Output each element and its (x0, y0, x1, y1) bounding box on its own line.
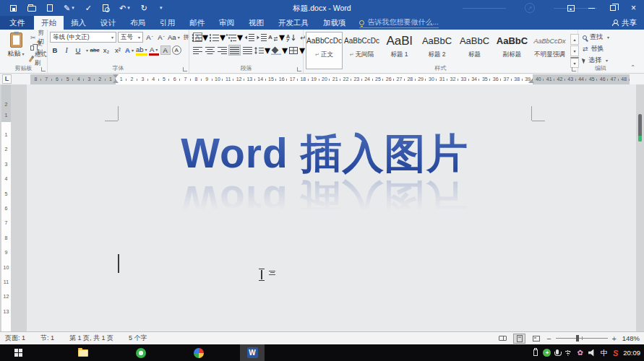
tab-home[interactable]: 开始 (34, 16, 64, 30)
justify-button[interactable] (228, 45, 241, 56)
numbering-button[interactable]: ▾ (209, 32, 226, 43)
text-effects-button[interactable]: A▾ (124, 45, 134, 56)
tab-file[interactable]: 文件 (0, 16, 34, 30)
hanging-indent-marker[interactable] (113, 79, 119, 83)
align-center-button[interactable] (204, 45, 215, 56)
strikethrough-button[interactable]: abc (90, 45, 100, 56)
decrease-indent-button[interactable] (244, 32, 255, 43)
new-document-icon[interactable] (47, 4, 53, 12)
underline-button[interactable]: U (73, 45, 83, 56)
highlight-button[interactable]: ab▾ (136, 45, 147, 56)
borders-button[interactable]: ▾ (288, 45, 305, 56)
replace-button[interactable]: ⇄替换 (583, 43, 604, 54)
undo-icon[interactable]: ↶▾ (119, 0, 130, 16)
browser-button[interactable] (186, 344, 211, 361)
tab-stop-selector[interactable]: L (2, 74, 12, 84)
font-name-combobox[interactable]: 等线 (中文正)▾ (50, 32, 116, 43)
wifi-icon[interactable] (564, 349, 572, 356)
read-mode-button[interactable] (497, 334, 509, 344)
minimize-icon[interactable] (581, 0, 602, 16)
tab-developer[interactable]: 开发工具 (271, 16, 316, 30)
tab-mailings[interactable]: 邮件 (182, 16, 212, 30)
format-painter-button[interactable]: 格式刷 (30, 54, 47, 64)
security-app-button[interactable] (129, 344, 153, 361)
word-taskbar-button[interactable]: W (240, 344, 265, 361)
print-layout-button[interactable] (513, 334, 525, 344)
bold-button[interactable]: B (50, 45, 60, 56)
find-button[interactable]: 查找▾ (583, 32, 609, 43)
vertical-ruler[interactable]: 21 12345678910111213 (1, 84, 11, 331)
collapse-ribbon-icon[interactable]: ⌃ (630, 64, 635, 71)
line-spacing-button[interactable]: ▾ (254, 45, 270, 56)
tab-references[interactable]: 引用 (153, 16, 182, 30)
font-size-combobox[interactable]: 五号▾ (118, 32, 143, 43)
paragraph-dialog-launcher[interactable] (297, 67, 301, 71)
section-indicator[interactable]: 节: 1 (40, 334, 54, 343)
asian-layout-button[interactable]: ▾ (268, 32, 285, 43)
usb-device-icon[interactable] (533, 349, 538, 356)
superscript-button[interactable]: x² (113, 45, 123, 56)
print-preview-icon[interactable] (103, 4, 108, 12)
web-layout-button[interactable] (530, 334, 542, 344)
align-right-button[interactable] (216, 45, 228, 56)
styles-dialog-launcher[interactable] (572, 67, 576, 71)
multilevel-list-button[interactable]: ▾ (226, 32, 243, 43)
underline-dropdown[interactable]: ▾ (86, 48, 88, 53)
zoom-out-button[interactable]: − (546, 335, 551, 342)
microphone-icon[interactable] (556, 349, 559, 355)
customize-qat-icon[interactable]: ▾ (158, 0, 163, 16)
spelling-check-icon[interactable]: ✓ (85, 0, 92, 16)
distribute-button[interactable] (241, 45, 253, 56)
taskbar-clock[interactable]: 20:09 (623, 349, 640, 357)
page-count-indicator[interactable]: 第 1 页, 共 1 页 (69, 334, 113, 343)
increase-indent-button[interactable] (256, 32, 267, 43)
sort-button[interactable] (285, 32, 297, 43)
tab-design[interactable]: 设计 (93, 16, 123, 30)
subscript-button[interactable]: x₂ (101, 45, 111, 56)
font-dialog-launcher[interactable] (183, 67, 187, 71)
ime-indicator[interactable]: 中 (601, 348, 608, 358)
zoom-percentage[interactable]: 148% (621, 334, 640, 342)
tab-view[interactable]: 视图 (241, 16, 271, 30)
horizontal-ruler[interactable]: 87654321 1234567891011121314151617181920… (30, 74, 630, 84)
share-button[interactable]: 共享 (612, 16, 637, 30)
page-indicator[interactable]: 页面: 1 (5, 334, 25, 343)
change-case-button[interactable]: Aa▾ (168, 32, 180, 43)
tab-insert[interactable]: 插入 (64, 16, 93, 30)
save-icon[interactable] (10, 5, 17, 12)
zoom-slider-thumb[interactable] (576, 335, 579, 342)
tab-addins[interactable]: 加载项 (316, 16, 353, 30)
scrollbar-thumb[interactable] (638, 114, 642, 142)
ribbon-display-options-icon[interactable]: ▴ (560, 0, 581, 16)
file-explorer-button[interactable] (71, 344, 95, 361)
bullets-button[interactable]: ▾ (192, 32, 208, 43)
tab-review[interactable]: 审阅 (212, 16, 241, 30)
close-icon[interactable]: × (623, 0, 644, 16)
flower-app-icon[interactable]: ✿ (577, 349, 583, 357)
clipboard-dialog-launcher[interactable] (41, 67, 46, 71)
sogou-ime-icon[interactable]: S (613, 349, 618, 357)
ink-signature-icon[interactable]: ✎▾ (64, 0, 74, 16)
align-left-button[interactable] (192, 45, 203, 56)
zoom-in-button[interactable]: + (612, 335, 617, 342)
right-indent-marker[interactable] (528, 79, 534, 83)
tab-layout[interactable]: 布局 (123, 16, 153, 30)
enclose-characters-button[interactable]: A (172, 45, 181, 55)
zoom-slider[interactable] (556, 338, 608, 339)
character-shading-button[interactable]: A (160, 45, 171, 55)
word-count-indicator[interactable]: 5 个字 (129, 334, 147, 343)
font-color-button[interactable]: A▾ (149, 45, 159, 56)
tell-me-box[interactable]: 告诉我您想要做什么... (359, 17, 439, 28)
shading-button[interactable]: ▾ (271, 45, 288, 56)
health-cross-icon[interactable]: + (543, 349, 551, 357)
volume-icon[interactable] (588, 349, 596, 357)
italic-button[interactable]: I (61, 45, 72, 56)
shrink-font-button[interactable]: Aˇ (156, 32, 166, 43)
restore-down-icon[interactable] (602, 0, 623, 16)
first-line-indent-marker[interactable] (113, 74, 119, 78)
document-area[interactable]: Word 插入图片 Word 插入图片 (11, 84, 644, 331)
redo-icon[interactable]: ↻ (141, 0, 147, 16)
open-icon[interactable] (27, 4, 36, 12)
grow-font-button[interactable]: Aˆ (145, 32, 155, 43)
start-button[interactable] (6, 344, 30, 361)
